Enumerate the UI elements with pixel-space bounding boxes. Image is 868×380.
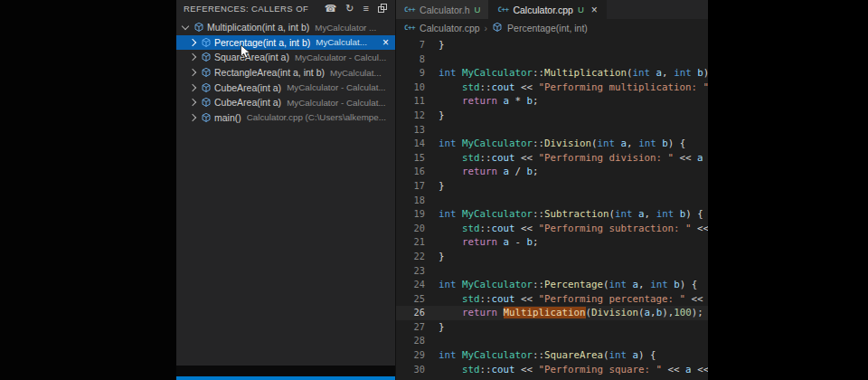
line-content: return a / b;: [439, 165, 708, 179]
line-content: [439, 52, 708, 67]
code-token: "Performing subtraction: ": [539, 223, 692, 234]
code-line: 13: [396, 123, 708, 138]
code-line: 25 std::cout << "Performing percentage: …: [396, 292, 708, 307]
background-right: [708, 0, 868, 380]
code-line: 9int MyCalculator::Multiplication(int a,…: [396, 66, 708, 81]
code-token: }: [439, 251, 445, 262]
line-number[interactable]: 17: [396, 179, 425, 194]
line-number[interactable]: 29: [396, 348, 425, 363]
tree-item-main[interactable]: main()Calculator.cpp (C:\Users\alkempe..…: [176, 110, 395, 126]
line-number[interactable]: 28: [396, 334, 425, 348]
chevron-right-icon[interactable]: [187, 82, 198, 93]
line-number[interactable]: 11: [396, 94, 425, 109]
line-number[interactable]: 20: [396, 222, 425, 236]
symbol-method-icon: [198, 97, 213, 108]
line-number[interactable]: 10: [396, 81, 425, 95]
call-hierarchy-tree: Multiplication(int a, int b)MyCalculator…: [176, 16, 395, 125]
code-token: <<: [674, 152, 697, 164]
tree-item-percentage-int-a-int-b[interactable]: Percentage(int a, int b)MyCalculat...×: [176, 35, 395, 51]
line-number[interactable]: 13: [396, 123, 425, 138]
line-number[interactable]: 30: [396, 363, 425, 377]
line-number[interactable]: 14: [396, 137, 425, 151]
line-number[interactable]: 19: [396, 207, 425, 222]
line-number[interactable]: 23: [396, 264, 425, 279]
code-line: 10 std::cout << "Performing multiplicati…: [396, 81, 708, 95]
code-editor[interactable]: 7}89int MyCalculator::Multiplication(int…: [396, 36, 708, 380]
chevron-right-icon[interactable]: [187, 97, 198, 108]
code-token: int: [439, 67, 462, 79]
code-token: int: [439, 349, 462, 361]
line-number[interactable]: 12: [396, 109, 425, 123]
line-number[interactable]: 9: [396, 66, 425, 81]
code-token: int: [609, 279, 633, 290]
line-number[interactable]: 25: [396, 292, 425, 307]
chevron-down-icon[interactable]: [180, 22, 191, 33]
code-token: int: [439, 279, 462, 290]
line-number[interactable]: 16: [396, 165, 425, 179]
line-number[interactable]: 21: [396, 235, 425, 250]
tree-item-squarearea-int-a[interactable]: SquareArea(int a)MyCalculator - Calcul..…: [176, 50, 395, 65]
code-line: 24int MyCalculator::Percentage(int a, in…: [396, 278, 708, 292]
chevron-right-icon[interactable]: [187, 52, 198, 62]
code-line: 19int MyCalculator::Subtraction(int a, i…: [396, 207, 708, 222]
line-number[interactable]: 7: [396, 38, 425, 52]
tree-item-rectanglearea-int-a-int-b[interactable]: RectangleArea(int a, int b)MyCalculat...: [176, 65, 395, 81]
code-token: );: [692, 307, 703, 318]
breadcrumb-symbol[interactable]: Percentage(int, int): [507, 23, 588, 33]
references-panel-header: REFERENCES: CALLERS OF ☎↻≡: [176, 0, 395, 16]
code-token: int: [638, 138, 662, 149]
line-content: }: [439, 320, 708, 335]
code-line: 29int MyCalculator::SquareArea(int a) {: [396, 348, 708, 363]
line-number[interactable]: 18: [396, 194, 425, 208]
chevron-right-icon[interactable]: [187, 37, 198, 48]
code-token: [439, 293, 462, 305]
code-token: "Performing percentage: ": [539, 293, 686, 305]
code-token: "Performing division: ": [539, 152, 675, 164]
code-token: MyCalculator: [462, 279, 533, 290]
code-token: int: [615, 208, 638, 220]
code-line: 28: [396, 334, 708, 348]
call-hierarchy-icon[interactable]: ☎: [325, 4, 337, 14]
line-number[interactable]: 27: [396, 320, 425, 335]
tab-calculator-cpp[interactable]: C++Calculator.cppU×: [489, 0, 606, 19]
symbol-method-icon: [492, 22, 503, 34]
code-token: ,: [645, 208, 656, 220]
code-line: 15 std::cout << "Performing division: " …: [396, 151, 708, 166]
code-token: ),: [662, 307, 674, 318]
refresh-icon[interactable]: ↻: [345, 4, 354, 14]
clear-icon[interactable]: ≡: [363, 4, 369, 14]
line-number[interactable]: 26: [396, 306, 425, 320]
copy-icon[interactable]: [378, 4, 387, 13]
symbol-method-icon: [198, 37, 213, 48]
code-line: 11 return a * b;: [396, 94, 708, 109]
code-token: MyCalculator: [462, 349, 533, 361]
code-token: ;: [533, 236, 539, 248]
line-content: std::cout << "Performing square: " << a …: [439, 363, 708, 377]
editor-group: C++Calculator.hUC++Calculator.cppU× C++ …: [395, 0, 708, 380]
line-number[interactable]: 22: [396, 250, 425, 264]
code-token: return: [462, 95, 504, 107]
code-token: std: [462, 223, 480, 234]
tab-calculator-h[interactable]: C++Calculator.hU: [396, 0, 489, 19]
code-token: int: [439, 208, 462, 220]
tree-item-multiplication-int-a-int-b[interactable]: Multiplication(int a, int b)MyCalculator…: [176, 20, 395, 35]
panel-bottom-gap: [176, 366, 395, 376]
tree-item-cubearea-int-a[interactable]: CubeArea(int a)MyCalculator - Calculat..…: [176, 95, 395, 110]
chevron-right-icon[interactable]: [187, 112, 198, 123]
symbol-method-icon: [198, 52, 213, 62]
line-number[interactable]: 8: [396, 52, 425, 67]
code-token: }: [439, 321, 445, 333]
tree-item-cubearea-int-a[interactable]: CubeArea(int a)MyCalculator - Calculat..…: [176, 80, 395, 95]
line-number[interactable]: 24: [396, 278, 425, 292]
line-number[interactable]: 15: [396, 151, 425, 166]
chevron-right-icon[interactable]: [187, 67, 198, 78]
close-icon[interactable]: ×: [591, 5, 598, 15]
code-token: ::: [533, 138, 544, 149]
breadcrumb-file[interactable]: Calculator.cpp: [420, 23, 480, 33]
line-content: [439, 123, 708, 138]
code-token: [439, 223, 462, 234]
code-token: ) {: [668, 138, 686, 149]
code-token: cout: [492, 364, 515, 375]
code-token: cout: [492, 293, 515, 305]
close-icon[interactable]: ×: [381, 37, 395, 48]
